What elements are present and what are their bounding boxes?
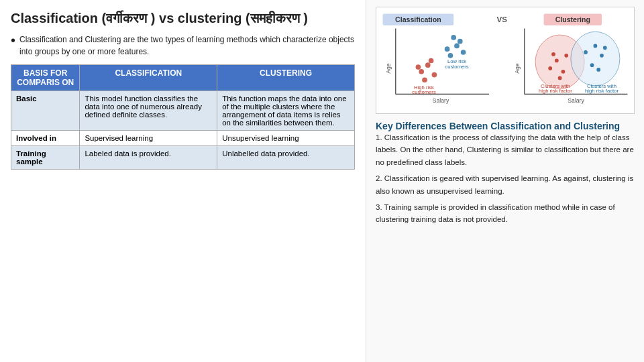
svg-point-10 bbox=[425, 62, 431, 68]
svg-text:Age: Age bbox=[514, 63, 521, 74]
svg-text:customers: customers bbox=[412, 89, 436, 95]
key-diff-point-1: 1. Classification is the process of clas… bbox=[376, 131, 635, 168]
header-basis: BASIS FOR COMPARIS ON bbox=[11, 65, 80, 91]
svg-point-17 bbox=[448, 53, 453, 58]
key-diff-point-3: 3. Training sample is provided in classi… bbox=[376, 201, 635, 226]
svg-point-41 bbox=[603, 46, 607, 50]
svg-point-19 bbox=[461, 50, 466, 55]
svg-point-35 bbox=[558, 76, 562, 80]
svg-point-18 bbox=[458, 39, 463, 44]
left-panel: Classification (वर्गीकरण ) vs clustering… bbox=[0, 0, 366, 362]
table-header-row: BASIS FOR COMPARIS ON CLASSIFICATION CLU… bbox=[11, 65, 355, 91]
svg-text:Salary: Salary bbox=[568, 97, 584, 104]
svg-point-33 bbox=[561, 70, 566, 74]
svg-point-20 bbox=[451, 35, 456, 40]
svg-text:high risk factor: high risk factor bbox=[585, 88, 619, 94]
main-title: Classification (वर्गीकरण ) vs clustering… bbox=[11, 9, 355, 27]
svg-point-15 bbox=[445, 46, 450, 52]
svg-text:Classification: Classification bbox=[395, 15, 441, 23]
svg-text:Age: Age bbox=[385, 63, 392, 74]
table-row: Involved inSupervised learningUnsupervis… bbox=[11, 131, 355, 146]
key-differences-section: Key Differences Between Classification a… bbox=[376, 121, 635, 230]
cell-basis: Involved in bbox=[11, 131, 80, 146]
bullet-section: • Classification and Clustering are the … bbox=[11, 34, 355, 58]
svg-text:VS: VS bbox=[497, 15, 508, 23]
right-panel: Classification VS Clustering Age Salary bbox=[366, 0, 644, 362]
svg-text:high risk factor: high risk factor bbox=[539, 88, 572, 94]
svg-point-34 bbox=[551, 52, 555, 56]
svg-text:customers: customers bbox=[445, 64, 469, 70]
svg-point-16 bbox=[454, 44, 460, 49]
cell-classification: Supervised learning bbox=[80, 131, 217, 146]
diagram-area: Classification VS Clustering Age Salary bbox=[376, 7, 635, 114]
svg-point-42 bbox=[596, 68, 600, 72]
svg-point-12 bbox=[422, 77, 427, 82]
svg-point-37 bbox=[584, 50, 588, 54]
cell-basis: Basic bbox=[11, 91, 80, 131]
svg-text:Clustering: Clustering bbox=[555, 15, 590, 23]
svg-point-40 bbox=[590, 63, 594, 67]
cell-classification: This model function classifies the data … bbox=[80, 91, 217, 131]
cell-clustering: Unsupervised learning bbox=[217, 131, 355, 146]
header-classification: CLASSIFICATION bbox=[80, 65, 217, 91]
key-diff-point-2: 2. Classification is geared with supervi… bbox=[376, 172, 635, 197]
svg-point-14 bbox=[416, 64, 421, 70]
cell-clustering: Unlabelled data provided. bbox=[217, 146, 355, 170]
comparison-table: BASIS FOR COMPARIS ON CLASSIFICATION CLU… bbox=[11, 64, 355, 170]
table-row: Training sampleLabeled data is provided.… bbox=[11, 146, 355, 170]
svg-text:Salary: Salary bbox=[433, 97, 449, 104]
bullet-text: Classification and Clustering are the tw… bbox=[19, 34, 355, 58]
svg-point-31 bbox=[548, 66, 552, 70]
bullet-dot: • bbox=[11, 34, 15, 47]
svg-point-39 bbox=[600, 54, 604, 58]
key-diff-body: 1. Classification is the process of clas… bbox=[376, 131, 635, 226]
svg-point-36 bbox=[564, 54, 568, 58]
cell-basis: Training sample bbox=[11, 146, 80, 170]
svg-point-30 bbox=[571, 32, 620, 86]
svg-point-9 bbox=[419, 69, 424, 74]
svg-point-11 bbox=[432, 72, 437, 78]
svg-point-38 bbox=[594, 44, 598, 48]
table-row: BasicThis model function classifies the … bbox=[11, 91, 355, 131]
key-diff-title: Key Differences Between Classification a… bbox=[376, 121, 635, 131]
svg-point-13 bbox=[429, 58, 434, 64]
header-clustering: CLUSTERING bbox=[217, 65, 355, 91]
svg-point-32 bbox=[555, 59, 559, 63]
cell-classification: Labeled data is provided. bbox=[80, 146, 217, 170]
cell-clustering: This function maps the data into one of … bbox=[217, 91, 355, 131]
